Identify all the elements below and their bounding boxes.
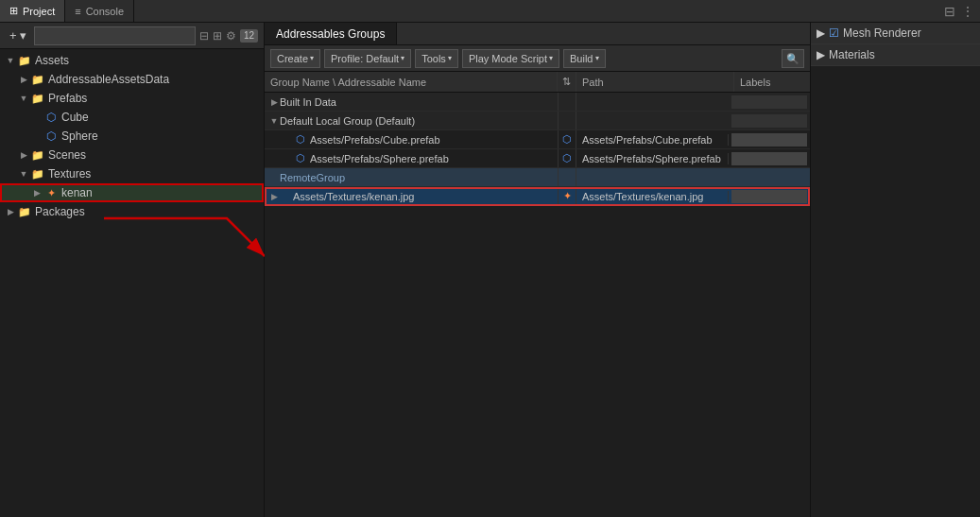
th-labels: Labels xyxy=(734,72,810,92)
mesh-renderer-section: ▶ ☑ Mesh Renderer xyxy=(811,23,980,44)
cube-icon: ⬡ xyxy=(43,110,59,125)
scenes-arrow: ▶ xyxy=(17,150,30,160)
td-default-name: ▼ Default Local Group (Default) xyxy=(265,115,558,127)
play-mode-button[interactable]: Play Mode Script ▾ xyxy=(462,49,559,68)
assets-arrow: ▼ xyxy=(4,56,17,65)
left-panel: + ▾ ⊟ ⊞ ⚙ 12 ▼ 📁 Assets ▶ 📁 xyxy=(0,23,265,517)
td-builtin-icon xyxy=(558,93,576,111)
textures-folder-icon: 📁 xyxy=(30,166,45,181)
build-button[interactable]: Build ▾ xyxy=(563,49,605,68)
materials-header: ▶ Materials xyxy=(811,44,980,65)
tree-item-packages[interactable]: ▶ 📁 Packages xyxy=(0,202,264,221)
project-toolbar: + ▾ ⊟ ⊞ ⚙ 12 xyxy=(0,23,264,49)
th-name-label: Group Name \ Addressable Name xyxy=(270,77,426,88)
cube-label: Cube xyxy=(61,111,89,124)
notification-badge: 12 xyxy=(240,29,258,43)
table-row-sphere-prefab[interactable]: ⬡ Assets/Prefabs/Sphere.prefab ⬡ Assets/… xyxy=(265,149,810,168)
td-kenan-name: ▶ Assets/Textures/kenan.jpg xyxy=(265,191,558,202)
th-path: Path xyxy=(576,72,734,92)
mesh-renderer-expand-icon[interactable]: ▶ xyxy=(817,26,825,40)
search-input[interactable] xyxy=(34,26,196,45)
cube-prefab-icon: ⬡ xyxy=(293,132,308,147)
sphere-label: Sphere xyxy=(61,129,98,143)
table-row-builtin[interactable]: ▶ Built In Data xyxy=(265,93,810,112)
prefabs-arrow: ▼ xyxy=(17,94,30,103)
table-row-cube-prefab[interactable]: ⬡ Assets/Prefabs/Cube.prefab ⬡ Assets/Pr… xyxy=(265,130,810,149)
default-arrow-icon: ▼ xyxy=(268,116,280,126)
mesh-renderer-header: ▶ ☑ Mesh Renderer xyxy=(811,23,980,43)
td-kenan-type-icon: ✦ xyxy=(558,187,576,205)
create-arrow-icon: ▾ xyxy=(310,54,314,62)
td-cube-path: Assets/Prefabs/Cube.prefab xyxy=(576,134,729,146)
textures-arrow: ▼ xyxy=(17,169,30,179)
create-button[interactable]: Create ▾ xyxy=(270,49,320,68)
textures-label: Textures xyxy=(48,167,91,181)
td-kenan-path: Assets/Textures/kenan.jpg xyxy=(576,191,729,202)
addr-toolbar: Create ▾ Profile: Default ▾ Tools ▾ Play… xyxy=(265,45,810,72)
assets-label: Assets xyxy=(35,54,69,67)
td-sphere-path: Assets/Prefabs/Sphere.prefab xyxy=(576,153,729,164)
play-mode-label: Play Mode Script xyxy=(469,53,547,64)
kenan-label: kenan xyxy=(61,186,93,199)
table-row-kenan[interactable]: ▶ Assets/Textures/kenan.jpg ✦ Assets/Tex… xyxy=(265,187,810,206)
addr-tabs: Addressables Groups xyxy=(265,23,810,45)
tree-item-kenan[interactable]: ▶ ✦ kenan xyxy=(0,183,264,202)
right-panel: ▶ ☑ Mesh Renderer ▶ Materials xyxy=(810,23,980,517)
materials-expand-icon[interactable]: ▶ xyxy=(817,48,825,61)
packages-label: Packages xyxy=(35,205,85,218)
addr-search-input[interactable] xyxy=(782,49,804,68)
profile-button[interactable]: Profile: Default ▾ xyxy=(324,49,411,68)
tree-item-sphere[interactable]: ⬡ Sphere xyxy=(0,127,264,146)
kenan-row-arrow-icon: ▶ xyxy=(268,192,280,201)
layout-icon[interactable]: ⊞ xyxy=(213,29,222,43)
settings-icon[interactable]: ⚙ xyxy=(226,29,236,43)
td-sphere-type-icon: ⬡ xyxy=(558,149,576,167)
td-default-icon xyxy=(558,112,576,129)
td-kenan-labels xyxy=(731,190,807,203)
top-tab-bar: ⊞ Project ≡ Console ⊟ ⋮ xyxy=(0,0,980,23)
td-sphere-labels xyxy=(731,152,807,165)
tools-button[interactable]: Tools ▾ xyxy=(415,49,458,68)
addr-table: Group Name \ Addressable Name ⇅ Path Lab… xyxy=(265,72,810,517)
addr-tab-groups-label: Addressables Groups xyxy=(276,27,385,41)
tree-item-assets[interactable]: ▼ 📁 Assets xyxy=(0,51,264,70)
table-header: Group Name \ Addressable Name ⇅ Path Lab… xyxy=(265,72,810,93)
top-dots-icon[interactable]: ⋮ xyxy=(961,4,974,19)
assets-folder-icon: 📁 xyxy=(17,53,32,68)
tab-project[interactable]: ⊞ Project xyxy=(0,0,65,22)
tree-item-prefabs[interactable]: ▼ 📁 Prefabs xyxy=(0,89,264,108)
top-menu-icon[interactable]: ⊟ xyxy=(944,4,955,19)
middle-panel: Addressables Groups Create ▾ Profile: De… xyxy=(265,23,810,517)
build-label: Build xyxy=(570,53,593,64)
th-name: Group Name \ Addressable Name xyxy=(265,72,558,92)
td-cube-labels xyxy=(731,133,807,146)
create-label: Create xyxy=(277,53,308,64)
filter-icon[interactable]: ⊟ xyxy=(199,29,209,43)
sphere-icon: ⬡ xyxy=(43,129,59,144)
tree-item-textures[interactable]: ▼ 📁 Textures xyxy=(0,164,264,183)
td-default-labels xyxy=(731,114,807,128)
table-body: ▶ Built In Data ▼ Default Local Group (D… xyxy=(265,93,810,517)
kenan-arrow: ▶ xyxy=(30,188,43,198)
tab-console[interactable]: ≡ Console xyxy=(65,0,134,22)
tree-item-addressable[interactable]: ▶ 📁 AddressableAssetsData xyxy=(0,70,264,89)
td-remote-icon xyxy=(558,168,576,186)
table-row-remote-group[interactable]: RemoteGroup xyxy=(265,168,810,187)
prefabs-folder-icon: 📁 xyxy=(30,91,45,106)
scenes-folder-icon: 📁 xyxy=(30,147,45,163)
addr-tab-groups[interactable]: Addressables Groups xyxy=(265,23,397,44)
addressable-arrow: ▶ xyxy=(17,75,30,84)
th-path-label: Path xyxy=(582,77,604,88)
add-button[interactable]: + ▾ xyxy=(6,26,30,44)
tree-item-scenes[interactable]: ▶ 📁 Scenes xyxy=(0,146,264,164)
th-sort-icon[interactable]: ⇅ xyxy=(558,72,576,92)
console-tab-icon: ≡ xyxy=(75,6,80,17)
td-remote-name: RemoteGroup xyxy=(265,172,558,183)
mesh-renderer-checkbox[interactable]: ☑ xyxy=(829,26,839,40)
table-row-default-group[interactable]: ▼ Default Local Group (Default) xyxy=(265,112,810,130)
main-content: + ▾ ⊟ ⊞ ⚙ 12 ▼ 📁 Assets ▶ 📁 xyxy=(0,23,980,517)
materials-section: ▶ Materials xyxy=(811,44,980,66)
addressable-folder-icon: 📁 xyxy=(30,72,45,87)
td-cube-name: ⬡ Assets/Prefabs/Cube.prefab xyxy=(265,132,558,147)
tree-item-cube[interactable]: ⬡ Cube xyxy=(0,108,264,127)
